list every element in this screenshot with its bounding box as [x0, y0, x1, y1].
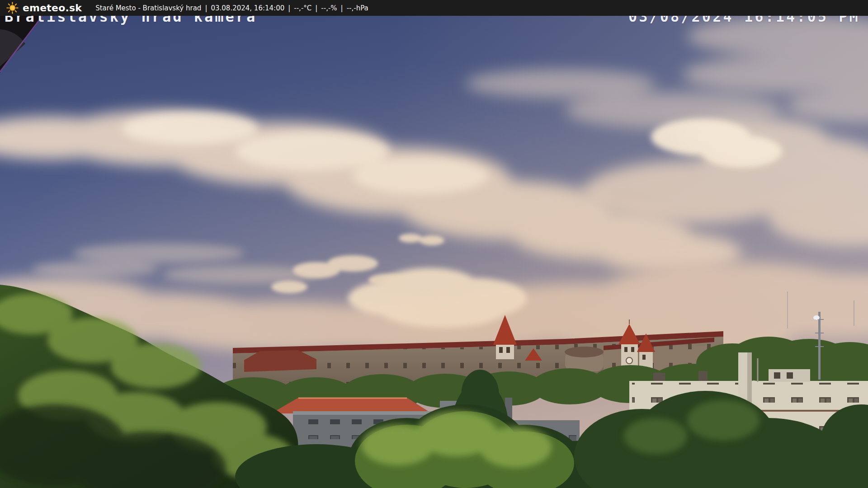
webcam-location: Staré Mesto - Bratislavský hrad: [95, 4, 201, 12]
webcam-scene-graphic: [0, 16, 868, 488]
header-bar: emeteo.sk Staré Mesto - Bratislavský hra…: [0, 0, 868, 16]
red-roof-house: [271, 398, 432, 413]
webcam-datetime: 03.08.2024, 16:14:00: [211, 4, 284, 12]
webcam-image: Bratislavsky hrad kamera 03/08/2024 16:1…: [0, 16, 868, 488]
separator: |: [315, 4, 317, 12]
separator: |: [205, 4, 207, 12]
temperature-value: --,-°C: [294, 4, 311, 12]
separator: |: [341, 4, 343, 12]
humidity-value: --,-%: [321, 4, 337, 12]
pressure-value: --,-hPa: [347, 4, 368, 12]
sun-weather-icon: [6, 2, 19, 14]
webcam-status-line: Staré Mesto - Bratislavský hrad | 03.08.…: [95, 4, 368, 12]
separator: |: [288, 4, 290, 12]
site-logo[interactable]: emeteo.sk: [23, 0, 82, 16]
castle-round-bastion: [565, 347, 604, 371]
